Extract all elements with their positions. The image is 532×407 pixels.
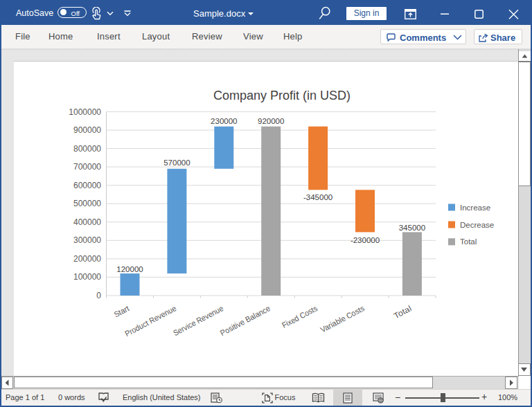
svg-text:200000: 200000 — [73, 254, 101, 264]
svg-text:Increase: Increase — [460, 204, 490, 212]
svg-text:Total: Total — [392, 304, 412, 320]
svg-text:-345000: -345000 — [303, 193, 332, 201]
svg-text:Company Profit (in USD): Company Profit (in USD) — [213, 89, 351, 102]
svg-text:Positive Balance: Positive Balance — [219, 304, 272, 337]
svg-text:Service Revenue: Service Revenue — [172, 304, 224, 337]
svg-text:570000: 570000 — [163, 159, 190, 167]
svg-text:Decrease: Decrease — [460, 221, 494, 229]
svg-text:Start: Start — [112, 304, 131, 319]
svg-text:-230000: -230000 — [351, 236, 380, 244]
svg-text:100000: 100000 — [73, 272, 101, 282]
svg-text:0: 0 — [96, 291, 101, 300]
svg-text:500000: 500000 — [73, 199, 101, 208]
svg-text:700000: 700000 — [73, 162, 101, 172]
svg-text:Fixed Costs: Fixed Costs — [281, 304, 319, 329]
svg-text:Product Revenue: Product Revenue — [123, 304, 177, 338]
svg-text:120000: 120000 — [116, 265, 143, 273]
svg-text:900000: 900000 — [73, 125, 101, 135]
svg-text:1000000: 1000000 — [69, 107, 101, 117]
svg-text:920000: 920000 — [258, 117, 284, 125]
svg-text:230000: 230000 — [211, 117, 237, 125]
svg-text:345000: 345000 — [399, 224, 425, 232]
svg-text:800000: 800000 — [73, 144, 101, 154]
svg-text:300000: 300000 — [73, 235, 101, 245]
svg-text:600000: 600000 — [73, 181, 101, 190]
svg-text:Variable Costs: Variable Costs — [319, 304, 366, 334]
svg-text:400000: 400000 — [73, 217, 101, 227]
svg-text:Total: Total — [460, 237, 477, 246]
